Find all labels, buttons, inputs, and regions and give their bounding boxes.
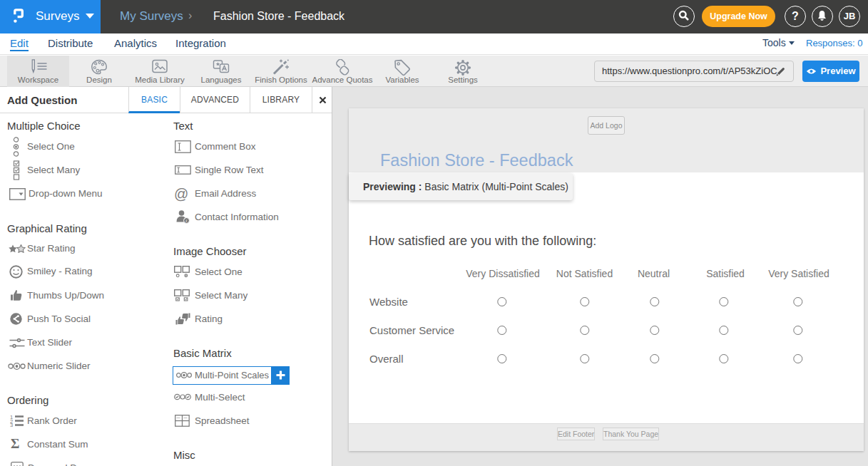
svg-text:i: i [185, 218, 187, 223]
svg-text:3: 3 [10, 422, 13, 427]
